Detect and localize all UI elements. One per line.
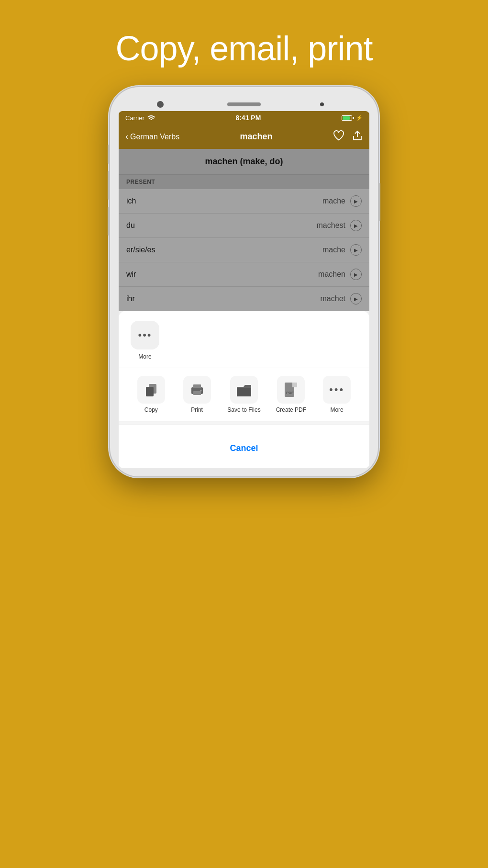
phone-speaker (227, 102, 261, 106)
pronoun-du: du (126, 221, 135, 230)
status-bar: Carrier 8:41 PM ⚡ (119, 111, 369, 124)
heart-icon[interactable] (333, 130, 344, 143)
save-to-files-label: Save to Files (227, 406, 260, 413)
wifi-icon (147, 114, 155, 122)
table-row: ich mache ▶ (119, 189, 369, 214)
status-time: 8:41 PM (235, 114, 261, 122)
carrier-label: Carrier (125, 114, 144, 122)
share-icon[interactable] (352, 129, 363, 144)
phone-camera (157, 101, 164, 108)
more-apps-label: More (138, 353, 151, 360)
svg-rect-4 (193, 391, 201, 395)
ellipsis-icon: ••• (138, 329, 152, 341)
play-button-ich[interactable]: ▶ (350, 195, 362, 207)
nav-actions (333, 129, 363, 144)
phone-screen: Carrier 8:41 PM ⚡ (119, 111, 369, 468)
share-apps-row: ••• More (119, 311, 369, 368)
table-row: du machest ▶ (119, 214, 369, 238)
svg-text:PDF: PDF (286, 391, 294, 395)
verb-header: machen (make, do) (119, 149, 369, 175)
verb-title: machen (make, do) (126, 157, 362, 167)
create-pdf-action[interactable]: PDF Create PDF (276, 376, 306, 413)
pronoun-ich: ich (126, 197, 136, 205)
side-button-power (378, 183, 380, 221)
pronoun-ihr: ihr (126, 294, 135, 303)
verb-wir: machen (318, 270, 345, 279)
nav-title: machen (240, 132, 273, 142)
pronoun-wir: wir (126, 270, 136, 279)
more-label: More (330, 406, 343, 413)
svg-rect-1 (146, 387, 154, 396)
phone-top-bar (119, 96, 369, 111)
copy-icon-box (137, 376, 165, 404)
phone-sensor (320, 102, 324, 106)
create-pdf-icon-box: PDF (277, 376, 305, 404)
more-action[interactable]: ••• More (322, 376, 352, 413)
print-action[interactable]: Print (182, 376, 212, 413)
print-label: Print (191, 406, 203, 413)
save-to-files-icon-box (230, 376, 258, 404)
pronoun-er: er/sie/es (126, 246, 155, 254)
nav-back-button[interactable]: ‹ German Verbs (125, 132, 179, 142)
more-icon-box: ••• (323, 376, 351, 404)
copy-action[interactable]: Copy (136, 376, 166, 413)
side-button-mute (108, 145, 110, 164)
share-sheet: ••• More (119, 311, 369, 468)
table-row: er/sie/es mache ▶ (119, 238, 369, 262)
share-actions-row: Copy Print (119, 368, 369, 421)
side-button-volume-up (108, 171, 110, 200)
side-button-volume-down (108, 207, 110, 236)
nav-back-label: German Verbs (130, 133, 179, 141)
verb-du: machest (317, 221, 345, 230)
svg-rect-7 (292, 383, 297, 387)
table-row: ihr machet ▶ (119, 287, 369, 311)
play-button-wir[interactable]: ▶ (350, 269, 362, 280)
nav-bar: ‹ German Verbs machen (119, 124, 369, 149)
cancel-bar: Cancel (119, 429, 369, 468)
chevron-left-icon: ‹ (125, 132, 128, 142)
more-apps-icon: ••• (131, 321, 159, 349)
svg-point-5 (200, 390, 201, 392)
save-to-files-action[interactable]: Save to Files (227, 376, 260, 413)
copy-label: Copy (144, 406, 158, 413)
svg-rect-3 (193, 384, 201, 388)
section-present: PRESENT (119, 175, 369, 189)
battery-icon (342, 115, 354, 121)
table-row: wir machen ▶ (119, 262, 369, 287)
verb-ich: mache (322, 197, 345, 205)
play-button-du[interactable]: ▶ (350, 220, 362, 231)
content-area: machen (make, do) PRESENT ich mache ▶ du… (119, 149, 369, 311)
status-right: ⚡ (342, 115, 363, 121)
lightning-icon: ⚡ (356, 115, 363, 121)
page-title: Copy, email, print (116, 29, 373, 68)
status-left: Carrier (125, 114, 155, 122)
print-icon-box (183, 376, 211, 404)
verb-er: mache (322, 246, 345, 254)
play-button-ihr[interactable]: ▶ (350, 293, 362, 304)
phone-frame: Carrier 8:41 PM ⚡ (110, 87, 378, 476)
actions-container: Copy Print (128, 376, 360, 413)
cancel-button[interactable]: Cancel (126, 437, 362, 460)
share-more-item[interactable]: ••• More (128, 321, 162, 360)
more-ellipsis-icon: ••• (329, 383, 344, 396)
verb-ihr: machet (321, 294, 345, 303)
create-pdf-label: Create PDF (276, 406, 306, 413)
play-button-er[interactable]: ▶ (350, 244, 362, 256)
